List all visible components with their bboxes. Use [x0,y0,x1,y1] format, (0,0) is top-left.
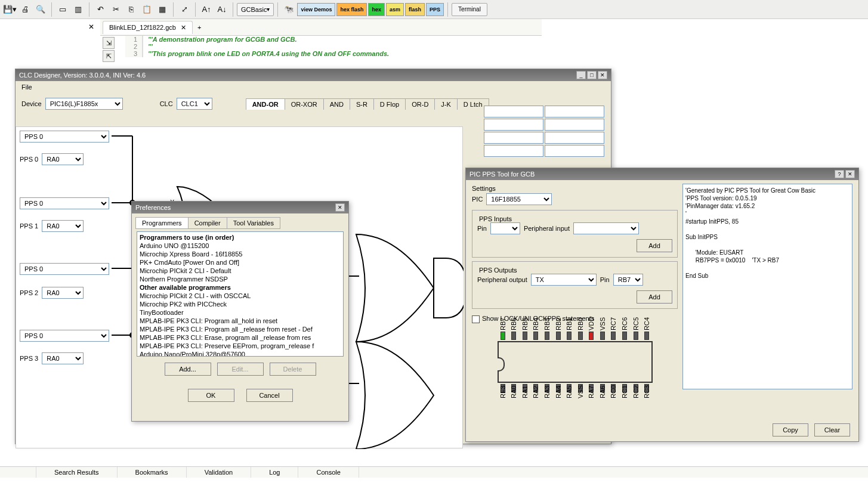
hex-flash-button[interactable]: hex flash [336,3,367,16]
pps-close-icon[interactable]: ✕ [845,170,855,178]
undo-icon[interactable]: ↶ [93,2,107,17]
outbox-3[interactable] [545,119,604,131]
bottom-tab-log[interactable]: Log [251,467,298,478]
pps-titlebar[interactable]: PIC PPS Tool for GCB ? ✕ [466,168,858,180]
hex-button[interactable]: hex [368,3,385,16]
pps-button[interactable]: PPS [426,3,444,16]
asm-button[interactable]: asm [386,3,404,16]
edit-button[interactable]: Edit... [217,363,264,376]
view-demos-button[interactable]: view Demos [297,3,335,16]
select-icon[interactable]: ▦ [155,2,169,17]
tab-close-icon[interactable]: ✕ [181,24,186,32]
pps-pin-0[interactable]: RA0 [42,153,84,165]
code-editor[interactable]: 1'''A demonstration program for GCGB and… [125,36,542,57]
flash-button[interactable]: flash [405,3,425,16]
list-item[interactable]: Northern Programmer NSDSP [138,275,342,283]
font-up-icon[interactable]: A↑ [199,2,214,17]
tab-jk[interactable]: J-K [434,98,458,110]
bottom-tab-bookmarks[interactable]: Bookmarks [118,467,187,478]
copy-button[interactable]: Copy [773,423,808,437]
tool2-icon[interactable]: ▥ [71,2,85,17]
pps-help-icon[interactable]: ? [835,170,844,178]
list-item[interactable]: TinyBootloader [138,308,342,317]
pref-tab-toolvars[interactable]: Tool Variables [227,217,280,229]
pref-tab-compiler[interactable]: Compiler [188,217,227,229]
clc-file-menu[interactable]: File [16,81,611,93]
panel-close-icon[interactable]: ✕ [88,23,94,31]
close-icon[interactable]: ✕ [598,71,607,79]
tool1-icon[interactable]: ▭ [55,2,70,17]
bottom-tab-search[interactable]: Search Results [36,467,118,478]
outbox-4[interactable] [484,132,543,144]
tab-add-button[interactable]: + [194,23,205,32]
pps-pin-2[interactable]: RA0 [42,287,84,299]
list-item[interactable]: MPLAB-IPE PK3 CLI: Program all _release … [138,325,342,333]
tab-and-or[interactable]: AND-OR [246,98,285,110]
list-item[interactable]: Arduino UNO @115200 [138,242,342,250]
maximize-icon[interactable]: □ [587,71,597,79]
list-item[interactable]: MPLAB-IPE PK3 CLI: Erase, program all _r… [138,333,342,342]
pps-input-add-button[interactable]: Add [637,239,672,252]
expand-icon[interactable]: ⤢ [177,2,191,17]
pps-sel-2[interactable]: PPS 0 [20,263,109,275]
pref-close-icon[interactable]: ✕ [335,203,345,212]
pps-pin-1[interactable]: RA0 [42,220,84,232]
pps-periph-output-select[interactable]: TX [531,274,597,286]
copy-icon[interactable]: ⎘ [124,2,138,17]
outbox-2[interactable] [484,119,543,131]
device-select[interactable]: PIC16(L)F1885x [45,98,123,110]
list-item[interactable]: Microchip Xpress Board - 16f18855 [138,250,342,258]
cow-icon[interactable]: 🐄 [282,2,296,17]
tab-or-xor[interactable]: OR-XOR [285,98,324,110]
pps-output-add-button[interactable]: Add [637,290,672,304]
list-item[interactable]: Microchip PICkit 2 CLI - with OSCCAL [138,292,342,300]
bottom-tab-console[interactable]: Console [298,467,359,478]
pref-tab-programmers[interactable]: Programmers [135,217,189,229]
outbox-7[interactable] [545,145,604,157]
tab-ord[interactable]: OR-D [405,98,435,110]
list-item[interactable]: Microchip PK2 with PICCheck [138,300,342,308]
pps-sel-0[interactable]: PPS 0 [20,131,109,143]
outbox-5[interactable] [545,132,604,144]
tab-and[interactable]: AND [323,98,350,110]
compiler-select[interactable]: GCBasic ▾ [237,3,274,16]
tab-dflop[interactable]: D Flop [373,98,406,110]
binoculars-icon[interactable]: 🔍 [33,2,48,17]
font-down-icon[interactable]: A↓ [215,2,229,17]
list-item[interactable]: MPLAB-IPE PK3 CLI: Program all_hold in r… [138,317,342,325]
gutter-collapse-icon[interactable]: ⇱ [103,50,115,62]
pps-code-output[interactable]: 'Generated by PIC PPS Tool for Great Cow… [682,184,852,389]
outbox-6[interactable] [484,145,543,157]
outbox-1[interactable] [545,106,604,117]
delete-button[interactable]: Delete [270,363,316,376]
gutter-expand-icon[interactable]: ⇲ [103,37,115,49]
outbox-0[interactable] [484,106,543,117]
list-item[interactable]: PK+ CmdAuto [Power On and Off] [138,258,342,267]
pps-sel-1[interactable]: PPS 0 [20,197,109,209]
pps-sel-3[interactable]: PPS 0 [20,330,109,342]
pps-periph-input-select[interactable] [573,222,639,234]
showlock-checkbox[interactable] [472,315,480,323]
ok-button[interactable]: OK [188,389,234,402]
clc-titlebar[interactable]: CLC Designer, Version: 3.0.0.4, INI Ver:… [16,69,611,81]
list-item[interactable]: Arduino Nano/ProMini 328p@57600 [138,350,342,357]
clc-select[interactable]: CLC1 [177,98,212,110]
editor-tab[interactable]: BlinkLED_12f1822.gcb ✕ [103,21,193,34]
tab-sr[interactable]: S-R [350,98,374,110]
minimize-icon[interactable]: _ [576,71,586,79]
list-item[interactable]: Microchip PICkit 2 CLI - Default [138,267,342,275]
pps-pin-3[interactable]: RA0 [42,352,84,364]
clear-button[interactable]: Clear [814,423,850,437]
list-item[interactable]: MPLAB-IPE PK3 CLI: Preserve EEProm, prog… [138,342,342,350]
cut-icon[interactable]: ✂ [109,2,123,17]
cancel-button[interactable]: Cancel [246,389,293,402]
terminal-button[interactable]: Terminal [452,3,487,16]
print-icon[interactable]: 🖨 [18,2,32,17]
pref-titlebar[interactable]: Preferences ✕ [132,202,348,213]
paste-icon[interactable]: 📋 [140,2,154,17]
programmers-list[interactable]: Programmers to use (in order) Arduino UN… [137,231,344,357]
bottom-tab-validation[interactable]: Validation [187,467,252,478]
save-dropdown-icon[interactable]: 💾▾ [2,2,17,17]
pic-select[interactable]: 16F18855 [486,193,552,205]
add-button[interactable]: Add... [165,363,211,376]
